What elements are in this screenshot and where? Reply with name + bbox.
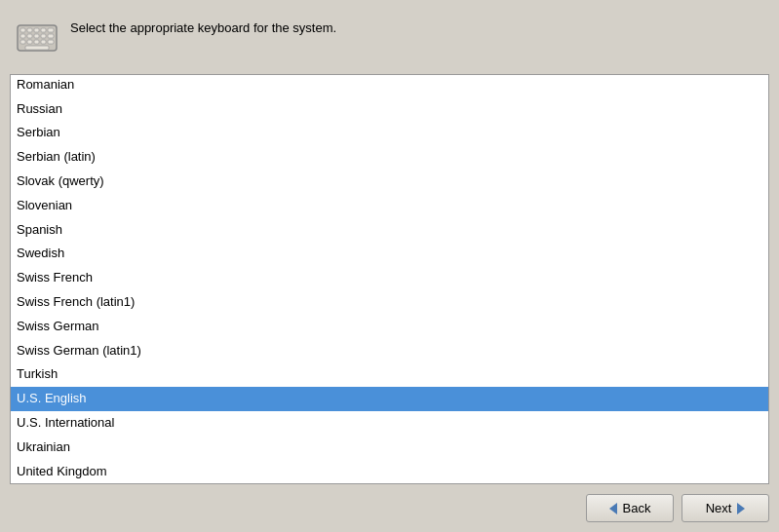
list-item[interactable]: Serbian (latin) <box>11 145 768 170</box>
svg-rect-9 <box>41 34 46 38</box>
list-item[interactable]: Swiss German <box>11 315 768 339</box>
svg-rect-12 <box>27 40 32 44</box>
svg-rect-14 <box>41 40 46 44</box>
list-item[interactable]: U.S. English <box>11 387 768 411</box>
list-item[interactable]: Swiss German (latin1) <box>11 339 768 363</box>
svg-rect-1 <box>20 28 25 32</box>
svg-rect-6 <box>20 34 25 38</box>
list-item[interactable]: Serbian <box>11 121 768 145</box>
list-item[interactable]: U.S. International <box>11 411 768 436</box>
svg-rect-10 <box>48 34 54 38</box>
list-item[interactable]: Swiss French <box>11 266 768 290</box>
next-arrow-icon <box>737 503 745 514</box>
list-item[interactable]: Russian <box>11 97 768 122</box>
svg-rect-15 <box>48 40 54 44</box>
back-button[interactable]: Back <box>586 494 674 522</box>
list-item[interactable]: Ukrainian <box>11 436 768 460</box>
list-item[interactable]: Slovak (qwerty) <box>11 170 768 194</box>
svg-rect-5 <box>48 28 54 32</box>
list-item[interactable]: United Kingdom <box>11 460 768 483</box>
keyboard-list[interactable]: PortugueseRomanianRussianSerbianSerbian … <box>11 75 768 483</box>
svg-rect-13 <box>34 40 39 44</box>
list-item[interactable]: Spanish <box>11 218 768 243</box>
next-button[interactable]: Next <box>682 494 769 522</box>
list-item[interactable]: Swiss French (latin1) <box>11 290 768 315</box>
next-label: Next <box>706 501 732 515</box>
list-item[interactable]: Turkish <box>11 362 768 387</box>
svg-rect-8 <box>34 34 39 38</box>
page-container: Select the appropriate keyboard for the … <box>0 0 779 532</box>
keyboard-list-container: PortugueseRomanianRussianSerbianSerbian … <box>10 74 769 484</box>
header: Select the appropriate keyboard for the … <box>10 10 769 64</box>
keyboard-icon <box>14 14 60 60</box>
list-item[interactable]: Slovenian <box>11 194 768 218</box>
svg-rect-11 <box>20 40 25 44</box>
header-instruction: Select the appropriate keyboard for the … <box>70 14 336 37</box>
footer: Back Next <box>10 484 769 522</box>
list-item[interactable]: Romanian <box>11 75 768 97</box>
svg-rect-16 <box>25 46 49 50</box>
list-item[interactable]: Swedish <box>11 242 768 266</box>
svg-rect-4 <box>41 28 46 32</box>
svg-rect-3 <box>34 28 39 32</box>
back-label: Back <box>623 501 651 515</box>
svg-rect-7 <box>27 34 32 38</box>
svg-rect-2 <box>27 28 32 32</box>
back-arrow-icon <box>609 503 617 514</box>
